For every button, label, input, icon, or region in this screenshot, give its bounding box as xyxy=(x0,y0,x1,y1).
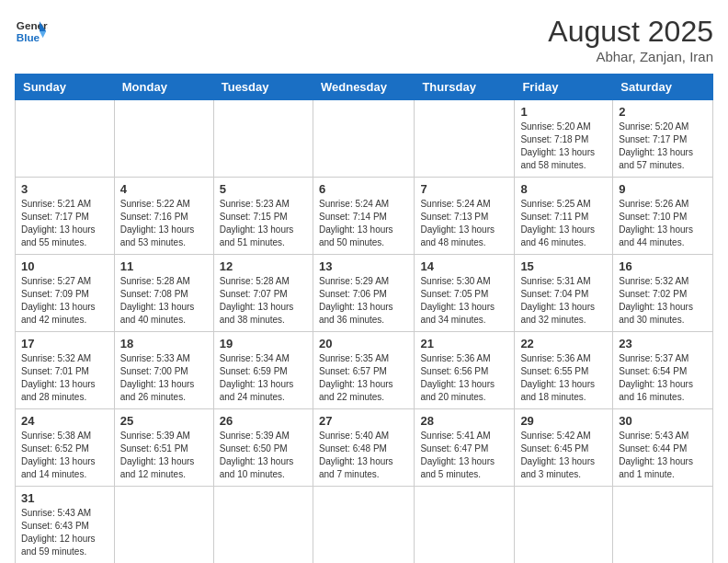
col-header-thursday: Thursday xyxy=(415,75,515,100)
day-info: Sunrise: 5:24 AM Sunset: 7:14 PM Dayligh… xyxy=(319,198,408,249)
day-number: 8 xyxy=(520,182,607,196)
calendar-week-row: 24Sunrise: 5:38 AM Sunset: 6:52 PM Dayli… xyxy=(16,409,713,487)
title-area: August 2025 Abhar, Zanjan, Iran xyxy=(548,15,713,64)
calendar-cell xyxy=(114,487,213,564)
day-number: 15 xyxy=(520,259,607,273)
day-number: 10 xyxy=(21,259,108,273)
day-info: Sunrise: 5:34 AM Sunset: 6:59 PM Dayligh… xyxy=(220,352,307,404)
calendar-cell: 4Sunrise: 5:22 AM Sunset: 7:16 PM Daylig… xyxy=(114,178,213,255)
calendar-cell: 28Sunrise: 5:41 AM Sunset: 6:47 PM Dayli… xyxy=(415,409,515,487)
calendar-cell: 9Sunrise: 5:26 AM Sunset: 7:10 PM Daylig… xyxy=(613,178,713,255)
col-header-friday: Friday xyxy=(515,75,613,100)
calendar-cell: 21Sunrise: 5:36 AM Sunset: 6:56 PM Dayli… xyxy=(415,332,515,409)
day-info: Sunrise: 5:36 AM Sunset: 6:55 PM Dayligh… xyxy=(520,352,607,404)
day-number: 2 xyxy=(619,105,707,119)
day-info: Sunrise: 5:35 AM Sunset: 6:57 PM Dayligh… xyxy=(319,352,408,404)
day-info: Sunrise: 5:24 AM Sunset: 7:13 PM Dayligh… xyxy=(420,198,508,249)
calendar-cell xyxy=(613,487,713,564)
day-number: 1 xyxy=(520,105,607,119)
day-number: 5 xyxy=(220,182,307,196)
calendar-cell xyxy=(415,487,515,564)
day-info: Sunrise: 5:28 AM Sunset: 7:07 PM Dayligh… xyxy=(220,275,307,327)
calendar-cell xyxy=(213,100,313,178)
calendar-cell: 2Sunrise: 5:20 AM Sunset: 7:17 PM Daylig… xyxy=(613,100,713,178)
day-number: 27 xyxy=(319,414,408,428)
day-number: 14 xyxy=(420,259,508,273)
day-number: 17 xyxy=(21,337,108,350)
day-info: Sunrise: 5:43 AM Sunset: 6:44 PM Dayligh… xyxy=(619,430,707,481)
calendar-cell: 29Sunrise: 5:42 AM Sunset: 6:45 PM Dayli… xyxy=(515,409,613,487)
day-info: Sunrise: 5:37 AM Sunset: 6:54 PM Dayligh… xyxy=(619,352,707,404)
day-number: 22 xyxy=(520,337,607,350)
col-header-saturday: Saturday xyxy=(613,75,713,100)
col-header-tuesday: Tuesday xyxy=(213,75,313,100)
day-number: 25 xyxy=(120,414,208,428)
day-info: Sunrise: 5:21 AM Sunset: 7:17 PM Dayligh… xyxy=(21,198,108,249)
calendar-cell: 31Sunrise: 5:43 AM Sunset: 6:43 PM Dayli… xyxy=(16,487,115,564)
day-number: 3 xyxy=(21,182,108,196)
calendar-cell: 1Sunrise: 5:20 AM Sunset: 7:18 PM Daylig… xyxy=(515,100,613,178)
calendar-cell xyxy=(415,100,515,178)
day-number: 23 xyxy=(619,337,707,350)
calendar-week-row: 10Sunrise: 5:27 AM Sunset: 7:09 PM Dayli… xyxy=(16,255,713,332)
col-header-sunday: Sunday xyxy=(16,75,115,100)
calendar-cell: 23Sunrise: 5:37 AM Sunset: 6:54 PM Dayli… xyxy=(613,332,713,409)
col-header-monday: Monday xyxy=(114,75,213,100)
day-info: Sunrise: 5:33 AM Sunset: 7:00 PM Dayligh… xyxy=(120,352,208,404)
calendar-cell: 19Sunrise: 5:34 AM Sunset: 6:59 PM Dayli… xyxy=(213,332,313,409)
day-info: Sunrise: 5:42 AM Sunset: 6:45 PM Dayligh… xyxy=(520,430,607,481)
calendar-header-row: SundayMondayTuesdayWednesdayThursdayFrid… xyxy=(16,75,713,100)
calendar-week-row: 31Sunrise: 5:43 AM Sunset: 6:43 PM Dayli… xyxy=(16,487,713,564)
calendar-cell: 11Sunrise: 5:28 AM Sunset: 7:08 PM Dayli… xyxy=(114,255,213,332)
calendar-cell: 14Sunrise: 5:30 AM Sunset: 7:05 PM Dayli… xyxy=(415,255,515,332)
day-info: Sunrise: 5:39 AM Sunset: 6:50 PM Dayligh… xyxy=(220,430,307,481)
day-info: Sunrise: 5:23 AM Sunset: 7:15 PM Dayligh… xyxy=(220,198,307,249)
day-info: Sunrise: 5:32 AM Sunset: 7:01 PM Dayligh… xyxy=(21,352,108,404)
calendar-cell xyxy=(16,100,115,178)
calendar-cell xyxy=(515,487,613,564)
day-info: Sunrise: 5:20 AM Sunset: 7:18 PM Dayligh… xyxy=(520,121,607,172)
calendar-cell: 17Sunrise: 5:32 AM Sunset: 7:01 PM Dayli… xyxy=(16,332,115,409)
calendar-cell: 22Sunrise: 5:36 AM Sunset: 6:55 PM Dayli… xyxy=(515,332,613,409)
calendar-table: SundayMondayTuesdayWednesdayThursdayFrid… xyxy=(15,74,713,563)
day-info: Sunrise: 5:25 AM Sunset: 7:11 PM Dayligh… xyxy=(520,198,607,249)
calendar-cell: 25Sunrise: 5:39 AM Sunset: 6:51 PM Dayli… xyxy=(114,409,213,487)
day-info: Sunrise: 5:29 AM Sunset: 7:06 PM Dayligh… xyxy=(319,275,408,327)
calendar-cell: 24Sunrise: 5:38 AM Sunset: 6:52 PM Dayli… xyxy=(16,409,115,487)
day-number: 30 xyxy=(619,414,707,428)
calendar-cell: 18Sunrise: 5:33 AM Sunset: 7:00 PM Dayli… xyxy=(114,332,213,409)
calendar-cell xyxy=(313,487,414,564)
calendar-cell: 27Sunrise: 5:40 AM Sunset: 6:48 PM Dayli… xyxy=(313,409,414,487)
day-info: Sunrise: 5:20 AM Sunset: 7:17 PM Dayligh… xyxy=(619,121,707,172)
calendar-cell xyxy=(213,487,313,564)
col-header-wednesday: Wednesday xyxy=(313,75,414,100)
month-year-title: August 2025 xyxy=(548,15,713,49)
day-info: Sunrise: 5:40 AM Sunset: 6:48 PM Dayligh… xyxy=(319,430,408,481)
day-number: 26 xyxy=(220,414,307,428)
day-number: 12 xyxy=(220,259,307,273)
calendar-cell: 3Sunrise: 5:21 AM Sunset: 7:17 PM Daylig… xyxy=(16,178,115,255)
calendar-cell: 12Sunrise: 5:28 AM Sunset: 7:07 PM Dayli… xyxy=(213,255,313,332)
day-number: 19 xyxy=(220,337,307,350)
calendar-cell xyxy=(313,100,414,178)
day-number: 21 xyxy=(420,337,508,350)
svg-text:Blue: Blue xyxy=(17,31,40,43)
day-info: Sunrise: 5:32 AM Sunset: 7:02 PM Dayligh… xyxy=(619,275,707,327)
day-info: Sunrise: 5:26 AM Sunset: 7:10 PM Dayligh… xyxy=(619,198,707,249)
svg-marker-3 xyxy=(40,31,46,38)
day-info: Sunrise: 5:30 AM Sunset: 7:05 PM Dayligh… xyxy=(420,275,508,327)
day-number: 16 xyxy=(619,259,707,273)
day-number: 11 xyxy=(120,259,208,273)
day-number: 13 xyxy=(319,259,408,273)
day-info: Sunrise: 5:27 AM Sunset: 7:09 PM Dayligh… xyxy=(21,275,108,327)
calendar-cell: 30Sunrise: 5:43 AM Sunset: 6:44 PM Dayli… xyxy=(613,409,713,487)
logo: General Blue xyxy=(15,15,48,48)
day-info: Sunrise: 5:22 AM Sunset: 7:16 PM Dayligh… xyxy=(120,198,208,249)
calendar-cell: 13Sunrise: 5:29 AM Sunset: 7:06 PM Dayli… xyxy=(313,255,414,332)
day-number: 29 xyxy=(520,414,607,428)
day-number: 6 xyxy=(319,182,408,196)
calendar-cell: 16Sunrise: 5:32 AM Sunset: 7:02 PM Dayli… xyxy=(613,255,713,332)
calendar-week-row: 3Sunrise: 5:21 AM Sunset: 7:17 PM Daylig… xyxy=(16,178,713,255)
calendar-week-row: 1Sunrise: 5:20 AM Sunset: 7:18 PM Daylig… xyxy=(16,100,713,178)
day-number: 9 xyxy=(619,182,707,196)
